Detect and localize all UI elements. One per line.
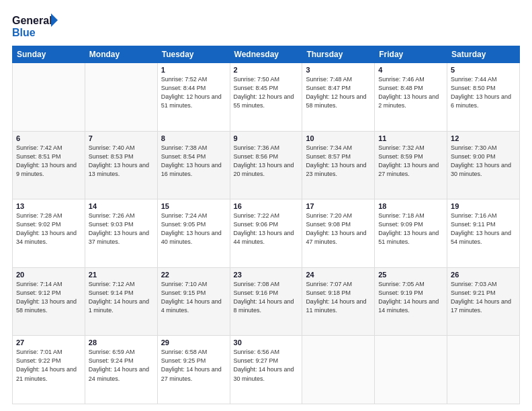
- day-info: Sunrise: 6:59 AM Sunset: 9:24 PM Dayligh…: [89, 348, 154, 383]
- calendar-cell: 15Sunrise: 7:24 AM Sunset: 9:05 PM Dayli…: [157, 199, 230, 268]
- day-info: Sunrise: 7:26 AM Sunset: 9:03 PM Dayligh…: [89, 212, 154, 246]
- day-info: Sunrise: 7:52 AM Sunset: 8:44 PM Dayligh…: [161, 75, 226, 110]
- calendar-cell: 24Sunrise: 7:07 AM Sunset: 9:18 PM Dayli…: [302, 267, 375, 336]
- calendar-cell: 2Sunrise: 7:50 AM Sunset: 8:45 PM Daylig…: [230, 63, 302, 132]
- calendar-cell: [85, 63, 157, 132]
- day-info: Sunrise: 7:38 AM Sunset: 8:54 PM Dayligh…: [161, 144, 226, 179]
- calendar-header-wednesday: Wednesday: [230, 46, 302, 63]
- calendar-week-1: 1Sunrise: 7:52 AM Sunset: 8:44 PM Daylig…: [13, 63, 520, 132]
- day-number: 5: [451, 66, 516, 74]
- day-info: Sunrise: 7:20 AM Sunset: 9:08 PM Dayligh…: [306, 212, 371, 246]
- calendar-cell: 21Sunrise: 7:12 AM Sunset: 9:14 PM Dayli…: [85, 267, 157, 336]
- calendar-cell: 29Sunrise: 6:58 AM Sunset: 9:25 PM Dayli…: [157, 336, 230, 404]
- calendar-cell: 28Sunrise: 6:59 AM Sunset: 9:24 PM Dayli…: [85, 336, 157, 404]
- calendar-cell: 25Sunrise: 7:05 AM Sunset: 9:19 PM Dayli…: [375, 267, 447, 336]
- svg-marker-2: [51, 13, 58, 27]
- calendar-cell: 12Sunrise: 7:30 AM Sunset: 9:00 PM Dayli…: [447, 131, 520, 199]
- calendar-week-4: 20Sunrise: 7:14 AM Sunset: 9:12 PM Dayli…: [13, 267, 520, 336]
- day-info: Sunrise: 7:32 AM Sunset: 8:59 PM Dayligh…: [378, 144, 443, 179]
- header: GeneralBlue: [12, 12, 520, 39]
- day-info: Sunrise: 7:36 AM Sunset: 8:56 PM Dayligh…: [234, 144, 299, 179]
- day-number: 6: [16, 134, 81, 142]
- day-number: 26: [451, 271, 516, 279]
- day-info: Sunrise: 7:22 AM Sunset: 9:06 PM Dayligh…: [234, 212, 299, 246]
- calendar-cell: 30Sunrise: 6:56 AM Sunset: 9:27 PM Dayli…: [230, 336, 302, 404]
- day-number: 7: [89, 134, 154, 142]
- calendar-cell: [302, 336, 375, 404]
- day-number: 29: [161, 338, 226, 347]
- day-info: Sunrise: 7:14 AM Sunset: 9:12 PM Dayligh…: [16, 280, 81, 315]
- day-number: 24: [306, 271, 371, 279]
- calendar-table: SundayMondayTuesdayWednesdayThursdayFrid…: [12, 46, 520, 404]
- day-info: Sunrise: 7:30 AM Sunset: 9:00 PM Dayligh…: [451, 144, 516, 179]
- calendar-header-friday: Friday: [375, 46, 447, 63]
- calendar-cell: 19Sunrise: 7:16 AM Sunset: 9:11 PM Dayli…: [447, 199, 520, 268]
- day-info: Sunrise: 7:44 AM Sunset: 8:50 PM Dayligh…: [451, 75, 516, 110]
- calendar-cell: 27Sunrise: 7:01 AM Sunset: 9:22 PM Dayli…: [13, 336, 85, 404]
- calendar-header-saturday: Saturday: [447, 46, 520, 63]
- day-number: 25: [378, 271, 443, 279]
- calendar-week-5: 27Sunrise: 7:01 AM Sunset: 9:22 PM Dayli…: [13, 336, 520, 404]
- logo-icon: GeneralBlue: [12, 12, 59, 39]
- day-number: 20: [16, 271, 81, 279]
- day-number: 10: [306, 134, 371, 142]
- day-info: Sunrise: 7:34 AM Sunset: 8:57 PM Dayligh…: [306, 144, 371, 179]
- day-number: 13: [16, 202, 81, 210]
- day-info: Sunrise: 7:42 AM Sunset: 8:51 PM Dayligh…: [16, 144, 81, 179]
- calendar-cell: 20Sunrise: 7:14 AM Sunset: 9:12 PM Dayli…: [13, 267, 85, 336]
- day-number: 8: [161, 134, 226, 142]
- calendar-cell: 6Sunrise: 7:42 AM Sunset: 8:51 PM Daylig…: [13, 131, 85, 199]
- day-number: 15: [161, 202, 226, 210]
- logo: GeneralBlue: [12, 12, 60, 39]
- day-info: Sunrise: 7:10 AM Sunset: 9:15 PM Dayligh…: [161, 280, 226, 315]
- day-number: 28: [89, 338, 154, 347]
- day-number: 27: [16, 338, 81, 347]
- calendar-cell: 23Sunrise: 7:08 AM Sunset: 9:16 PM Dayli…: [230, 267, 302, 336]
- calendar-cell: 7Sunrise: 7:40 AM Sunset: 8:53 PM Daylig…: [85, 131, 157, 199]
- calendar-cell: 16Sunrise: 7:22 AM Sunset: 9:06 PM Dayli…: [230, 199, 302, 268]
- day-number: 21: [89, 271, 154, 279]
- day-number: 22: [161, 271, 226, 279]
- calendar-header-sunday: Sunday: [13, 46, 85, 63]
- day-info: Sunrise: 7:28 AM Sunset: 9:02 PM Dayligh…: [16, 212, 81, 246]
- day-number: 3: [306, 66, 371, 74]
- calendar-cell: 8Sunrise: 7:38 AM Sunset: 8:54 PM Daylig…: [157, 131, 230, 199]
- calendar-cell: 4Sunrise: 7:46 AM Sunset: 8:48 PM Daylig…: [375, 63, 447, 132]
- day-info: Sunrise: 7:01 AM Sunset: 9:22 PM Dayligh…: [16, 348, 81, 383]
- day-info: Sunrise: 6:58 AM Sunset: 9:25 PM Dayligh…: [161, 348, 226, 383]
- calendar-cell: 3Sunrise: 7:48 AM Sunset: 8:47 PM Daylig…: [302, 63, 375, 132]
- calendar-cell: 13Sunrise: 7:28 AM Sunset: 9:02 PM Dayli…: [13, 199, 85, 268]
- day-number: 14: [89, 202, 154, 210]
- calendar-cell: 14Sunrise: 7:26 AM Sunset: 9:03 PM Dayli…: [85, 199, 157, 268]
- day-info: Sunrise: 7:12 AM Sunset: 9:14 PM Dayligh…: [89, 280, 154, 315]
- day-number: 11: [378, 134, 443, 142]
- day-info: Sunrise: 7:08 AM Sunset: 9:16 PM Dayligh…: [234, 280, 299, 315]
- day-info: Sunrise: 7:07 AM Sunset: 9:18 PM Dayligh…: [306, 280, 371, 315]
- day-number: 1: [161, 66, 226, 74]
- calendar-cell: 11Sunrise: 7:32 AM Sunset: 8:59 PM Dayli…: [375, 131, 447, 199]
- calendar-cell: 9Sunrise: 7:36 AM Sunset: 8:56 PM Daylig…: [230, 131, 302, 199]
- calendar-cell: [13, 63, 85, 132]
- calendar-header-thursday: Thursday: [302, 46, 375, 63]
- day-number: 19: [451, 202, 516, 210]
- day-number: 2: [234, 66, 299, 74]
- day-number: 9: [234, 134, 299, 142]
- day-info: Sunrise: 7:24 AM Sunset: 9:05 PM Dayligh…: [161, 212, 226, 246]
- calendar-cell: 18Sunrise: 7:18 AM Sunset: 9:09 PM Dayli…: [375, 199, 447, 268]
- calendar-header-tuesday: Tuesday: [157, 46, 230, 63]
- day-info: Sunrise: 7:50 AM Sunset: 8:45 PM Dayligh…: [234, 75, 299, 110]
- svg-text:General: General: [12, 15, 52, 26]
- calendar-week-3: 13Sunrise: 7:28 AM Sunset: 9:02 PM Dayli…: [13, 199, 520, 268]
- day-number: 12: [451, 134, 516, 142]
- calendar-cell: [447, 336, 520, 404]
- day-info: Sunrise: 7:40 AM Sunset: 8:53 PM Dayligh…: [89, 144, 154, 179]
- calendar-cell: 5Sunrise: 7:44 AM Sunset: 8:50 PM Daylig…: [447, 63, 520, 132]
- day-info: Sunrise: 7:18 AM Sunset: 9:09 PM Dayligh…: [378, 212, 443, 246]
- day-info: Sunrise: 7:16 AM Sunset: 9:11 PM Dayligh…: [451, 212, 516, 246]
- day-number: 18: [378, 202, 443, 210]
- calendar-week-2: 6Sunrise: 7:42 AM Sunset: 8:51 PM Daylig…: [13, 131, 520, 199]
- day-info: Sunrise: 7:46 AM Sunset: 8:48 PM Dayligh…: [378, 75, 443, 110]
- day-info: Sunrise: 7:03 AM Sunset: 9:21 PM Dayligh…: [451, 280, 516, 315]
- day-number: 17: [306, 202, 371, 210]
- day-number: 16: [234, 202, 299, 210]
